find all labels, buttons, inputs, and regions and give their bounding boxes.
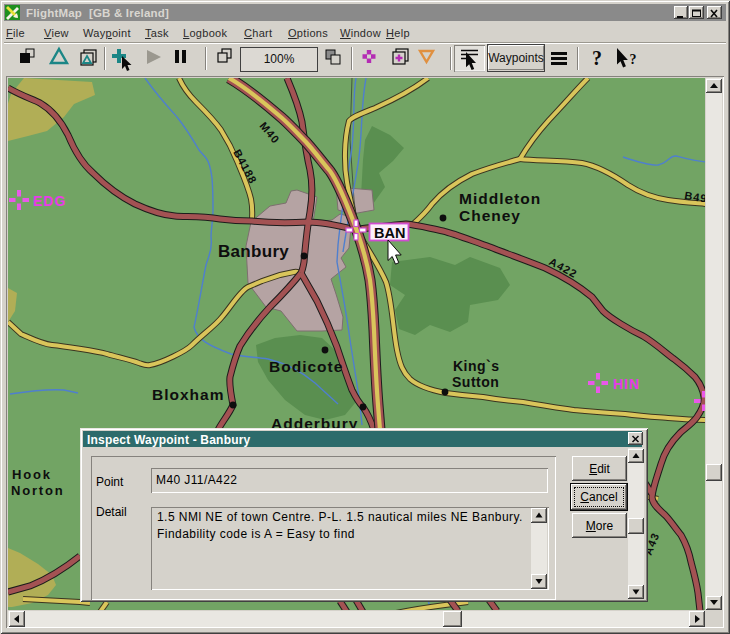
svg-text:Middleton: Middleton (459, 190, 541, 207)
svg-text:Bloxham: Bloxham (152, 386, 224, 403)
svg-text:Hook: Hook (12, 467, 52, 482)
svg-text:Bodicote: Bodicote (269, 358, 343, 375)
svg-text:HIN: HIN (613, 376, 640, 392)
svg-text:?: ? (630, 52, 637, 67)
svg-text:BAN: BAN (374, 225, 405, 241)
svg-text:Waypoints: Waypoints (488, 51, 544, 65)
svg-text:Sutton: Sutton (452, 374, 499, 390)
svg-text:EDG: EDG (33, 193, 66, 209)
svg-text:100%: 100% (264, 52, 295, 66)
svg-text:?: ? (592, 47, 602, 69)
svg-text:Banbury: Banbury (218, 242, 289, 261)
svg-text:Norton: Norton (11, 483, 64, 498)
svg-text:Cheney: Cheney (459, 207, 521, 224)
svg-text:King`s: King`s (453, 358, 500, 374)
